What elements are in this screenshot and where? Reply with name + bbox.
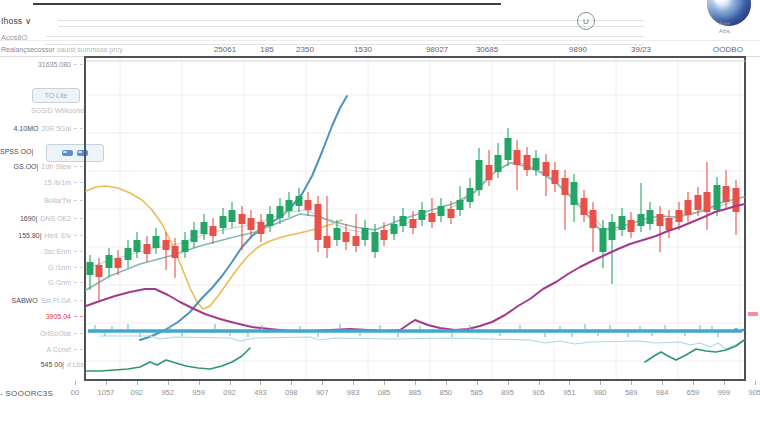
- trading-app-window: { "header": { "menu_title": "Ihoss ∨", "…: [0, 0, 760, 426]
- header-subtitle: Accs8O: [1, 33, 27, 42]
- sidebar-row-text: SGS/D Wtikoohd: [31, 107, 84, 114]
- sidebar-row-text: BollarTw: [44, 197, 71, 204]
- sidebar-row: 15 /b/1m: [0, 178, 84, 187]
- candle-body: [533, 158, 540, 170]
- candle-body: [590, 210, 597, 228]
- band-tick: [627, 333, 628, 337]
- candle-body: [552, 170, 559, 184]
- band-tick: [299, 326, 300, 329]
- candle-body: [239, 214, 246, 224]
- x-axis-label: 00: [60, 388, 90, 397]
- sidebar-row: A Convt: [0, 345, 84, 354]
- candle-body: [305, 200, 312, 210]
- x-axis-label: 999: [709, 388, 739, 397]
- candle-body: [495, 155, 502, 172]
- candle-body: [467, 188, 474, 202]
- vehicle-icon: [62, 150, 73, 156]
- leader-dash: [74, 251, 83, 252]
- candle-body: [220, 216, 227, 228]
- header-number: 2350: [296, 45, 314, 54]
- x-axis-label: 098: [276, 388, 306, 397]
- sidebar-row: 545 00|d Lbs: [0, 360, 84, 369]
- sidebar-row-text: G /1nm: [48, 279, 71, 286]
- app-menu-title[interactable]: Ihoss ∨: [1, 16, 31, 26]
- sidebar-row-text: 31635.080: [38, 61, 71, 68]
- candle-body: [400, 216, 407, 226]
- sidebar-row-text: 1690|: [20, 215, 37, 222]
- x-axis-tick: [106, 381, 107, 385]
- candle-body: [619, 216, 626, 230]
- candle-body: [258, 222, 265, 234]
- sidebar-row-text: Σdh Stew: [41, 163, 71, 170]
- candle-body: [685, 200, 692, 215]
- band-tick: [247, 333, 248, 337]
- leader-dash: [74, 64, 83, 65]
- band-tick: [711, 326, 712, 329]
- leader-dash: [74, 267, 83, 268]
- candle-body: [182, 240, 189, 252]
- x-axis-tick: [230, 381, 231, 385]
- band-tick: [571, 333, 572, 337]
- candle-body: [429, 213, 436, 222]
- leader-dash: [74, 182, 83, 183]
- band-tick: [469, 325, 470, 329]
- leader-dash: [74, 282, 83, 283]
- candle-body: [106, 255, 113, 268]
- x-axis-tick: [353, 381, 354, 385]
- footer-label: - SOOORC3S: [0, 389, 53, 398]
- header-number: 98027: [426, 45, 448, 54]
- x-axis-label: 092: [215, 388, 245, 397]
- header-description-light: oauist summose prcy: [55, 46, 123, 53]
- sidebar-row: G /1nm: [0, 263, 84, 272]
- candle-body: [334, 228, 341, 240]
- x-axis-label: 493: [245, 388, 275, 397]
- x-axis-tick: [291, 381, 292, 385]
- band-tick: [609, 325, 610, 329]
- sidebar-row-text: SABWO: [12, 297, 38, 304]
- sidebar-row-text: 155.80|: [18, 232, 41, 239]
- candle-body: [191, 230, 198, 242]
- sidebar-button[interactable]: TO Lite: [32, 88, 80, 103]
- band-tick: [419, 326, 420, 329]
- sidebar-row-text: Sst.Ft.GA: [41, 297, 71, 304]
- candle-body: [87, 262, 94, 275]
- x-axis-label: 092: [122, 388, 152, 397]
- x-axis-tick: [384, 381, 385, 385]
- overlay-stepped-light-teal: [100, 336, 744, 349]
- sidebar-row-text: 15 /b/1m: [44, 179, 71, 186]
- sidebar-row-text: d Lbs: [67, 361, 84, 368]
- leader-dash: [74, 128, 83, 129]
- x-axis-label: 659: [678, 388, 708, 397]
- x-axis-tick: [539, 381, 540, 385]
- candle-body: [628, 220, 635, 232]
- sidebar-row: 31635.080: [0, 60, 84, 69]
- band-tick: [229, 333, 230, 336]
- band-tick: [544, 333, 545, 337]
- candle-body: [410, 219, 417, 228]
- header-description-strong: Realançsecossor: [1, 46, 55, 53]
- candle-body: [210, 226, 217, 236]
- candle-body: [704, 192, 711, 212]
- candle-body: [277, 206, 284, 218]
- x-axis-label: 885: [400, 388, 430, 397]
- x-axis-tick: [199, 381, 200, 385]
- sidebar-row: 1690|DNS OE2: [0, 214, 84, 223]
- candle-body: [600, 228, 607, 252]
- user-icon[interactable]: U: [577, 12, 595, 30]
- leader-dash: [74, 218, 83, 219]
- band-tick: [317, 333, 318, 337]
- candle-body: [201, 222, 208, 234]
- x-axis-label: 980: [585, 388, 615, 397]
- band-tick: [597, 333, 598, 336]
- candle-body: [315, 204, 322, 240]
- x-axis-tick: [569, 381, 570, 385]
- globe-label-1: Aae: [719, 20, 730, 26]
- candle-body: [163, 240, 170, 250]
- candle-body: [486, 165, 493, 180]
- x-axis-tick: [322, 381, 323, 385]
- x-axis-tick: [631, 381, 632, 385]
- candle-body: [381, 230, 388, 240]
- x-axis-tick: [600, 381, 601, 385]
- leader-dash: [74, 235, 83, 236]
- x-axis-tick: [446, 381, 447, 385]
